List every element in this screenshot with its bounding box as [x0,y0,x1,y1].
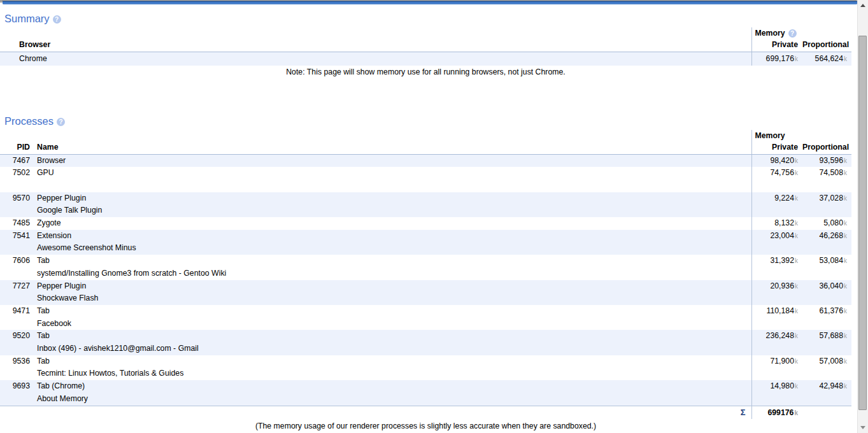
table-row: 7467Browser98,420k93,596k [0,154,851,167]
sandbox-footnote: (The memory usage of our renderer proces… [0,422,851,430]
kilobyte-unit: k [795,157,798,164]
arrow-down-icon [860,426,865,429]
scroll-down-button[interactable] [858,422,868,432]
processes-memory-header-row: Memory [0,130,851,140]
summary-note: Note: This page will show memory use for… [0,67,851,76]
table-row: 9471Tab110,184k61,376k [0,305,851,318]
memory-value: 93,596k [802,154,851,167]
pid-cell: 9536 [0,355,30,368]
table-row: 9520Tab236,248k57,688k [0,330,851,343]
top-edge-bar [3,0,857,5]
memory-value-text: 36,040 [819,281,843,290]
sum-private-value: 699176k [751,406,802,419]
memory-value: 37,028k [802,192,851,205]
process-name-cell: Tab [30,330,751,343]
process-title-cell: About Memory [30,393,751,406]
spacer-cell [0,343,30,355]
scroll-up-button[interactable] [858,0,868,10]
spacer-cell [0,406,30,419]
memory-value: 98,420k [751,154,802,167]
summary-table: Memory? Browser Private Proportional Chr… [0,27,851,66]
process-name-cell: Tab [30,305,751,318]
spacer-cell [0,267,30,280]
scrollbar-thumb[interactable] [858,36,867,410]
table-row-title-line: Tecmint: Linux Howtos, Tutorials & Guide… [0,367,851,380]
memory-value: 14,980k [751,380,802,393]
table-row-title-line: Shockwave Flash [0,292,851,305]
pid-cell: 7467 [0,154,30,167]
proportional-column-header: Proportional [802,38,851,52]
memory-value-text: 74,508 [819,168,843,177]
kilobyte-unit: k [844,232,847,239]
memory-help-icon[interactable]: ? [788,29,797,38]
kilobyte-unit: k [844,157,847,164]
process-title-cell: Google Talk Plugin [30,204,751,217]
memory-value-text: 236,248 [766,331,794,340]
table-row-title-line: Awesome Screenshot Minus [0,242,851,255]
spacer-cell [0,27,751,38]
memory-value-text: 46,268 [819,231,843,240]
kilobyte-unit: k [795,332,798,339]
memory-value [802,204,851,217]
memory-value-text: 699,176 [766,54,794,63]
page-content: Summary? Memory? Browser Private Proport… [0,5,851,430]
memory-value-text: 110,184 [766,306,794,315]
pid-cell: 9520 [0,330,30,343]
spacer-cell [0,393,30,406]
kilobyte-unit: k [844,55,847,62]
pid-cell: 7485 [0,217,30,230]
table-row: 9570Pepper Plugin9,224k37,028k [0,192,851,205]
private-column-header: Private [751,38,802,52]
table-row-title-line: systemd/Installing Gnome3 from scratch -… [0,267,851,280]
memory-value: 36,040k [802,280,851,293]
process-name-cell: Tab [30,255,751,267]
kilobyte-unit: k [795,358,798,365]
memory-value [802,367,851,380]
memory-value: 23,004k [751,230,802,243]
memory-value: 53,084k [802,255,851,267]
table-row: 9536Tab71,900k57,008k [0,355,851,368]
memory-value [751,343,802,355]
sum-value-text: 699176 [767,408,793,417]
arrow-up-icon [860,4,865,7]
memory-value: 42,948k [802,380,851,393]
memory-value [751,367,802,380]
memory-group-header: Memory [751,130,851,140]
summary-memory-header-row: Memory? [0,27,851,38]
memory-value [751,267,802,280]
memory-value-text: 74,756 [770,168,794,177]
memory-value [802,267,851,280]
memory-value: 74,756k [751,167,802,180]
process-rows: 7467Browser98,420k93,596k7502GPU74,756k7… [0,154,851,406]
memory-value-text: 53,084 [819,256,843,265]
memory-value [802,318,851,330]
spacer-cell [0,204,30,217]
pid-cell: 9471 [0,305,30,318]
memory-value-text: 61,376 [819,306,843,315]
memory-value: 699,176k [751,52,802,66]
pid-cell: 9570 [0,192,30,205]
vertical-scrollbar[interactable] [857,0,868,433]
summary-row: Chrome699,176k564,624k [0,52,851,66]
memory-value: 9,224k [751,192,802,205]
memory-value-text: 5,080 [823,218,843,227]
memory-value: 110,184k [751,305,802,318]
processes-columns-row: PID Name Private Proportional [0,140,851,154]
summary-help-icon[interactable]: ? [53,15,61,24]
memory-group-header: Memory? [751,27,851,38]
kilobyte-unit: k [844,383,847,390]
processes-help-icon[interactable]: ? [57,118,65,126]
spacer-cell [802,406,851,419]
spacer-cell [0,367,30,380]
browser-name-cell: Chrome [0,52,751,66]
pid-cell: 7502 [0,167,30,180]
table-row: 7502GPU74,756k74,508k [0,167,851,180]
memory-value: 57,008k [802,355,851,368]
table-row: 7485Zygote8,132k5,080k [0,217,851,230]
memory-value-text: 57,688 [819,331,843,340]
kilobyte-unit: k [844,308,847,315]
process-title-cell: Tecmint: Linux Howtos, Tutorials & Guide… [30,367,751,380]
memory-value [802,180,851,192]
process-name-cell: Zygote [30,217,751,230]
memory-value-text: 20,936 [770,281,794,290]
